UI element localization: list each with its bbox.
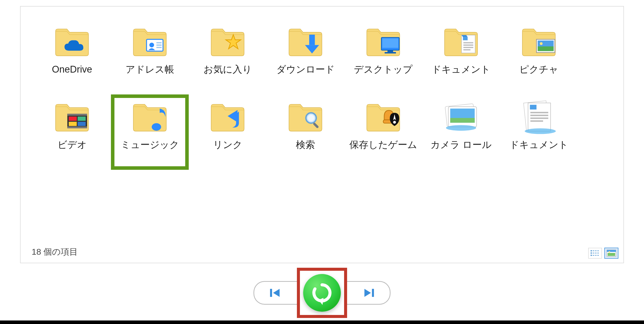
view-mode-toggles [588, 248, 618, 259]
svg-rect-24 [67, 127, 87, 129]
svg-rect-13 [463, 37, 468, 40]
folder-item-savedgames[interactable]: 保存したゲーム [344, 94, 422, 170]
svg-rect-52 [597, 250, 599, 251]
folder-item-favorites[interactable]: お気に入り [189, 19, 267, 94]
svg-rect-50 [593, 250, 594, 251]
searches-folder-icon [285, 97, 326, 137]
svg-rect-3 [156, 44, 162, 46]
svg-rect-20 [538, 46, 554, 51]
folder-label: ドキュメント [432, 64, 490, 75]
svg-rect-53 [591, 252, 592, 254]
svg-rect-57 [591, 255, 592, 256]
folder-item-music[interactable]: ミュージック [111, 94, 189, 170]
svg-rect-46 [530, 118, 548, 119]
svg-marker-68 [364, 289, 371, 297]
bottom-black-bar [0, 320, 644, 324]
svg-rect-39 [450, 118, 475, 123]
folder-label: アドレス帳 [125, 64, 174, 75]
svg-point-21 [540, 42, 543, 45]
svg-rect-55 [595, 253, 597, 253]
svg-rect-6 [309, 35, 315, 45]
music-folder-icon [130, 97, 170, 137]
folder-item-documents[interactable]: ドキュメント [422, 19, 500, 94]
restore-icon [309, 280, 335, 305]
folder-item-links[interactable]: リンク [189, 94, 267, 170]
folder-item-downloads[interactable]: ダウンロード [267, 19, 344, 94]
svg-rect-43 [530, 105, 536, 110]
svg-rect-27 [69, 122, 77, 126]
svg-rect-59 [595, 255, 597, 256]
folder-item-pictures[interactable]: ピクチャ [500, 19, 578, 94]
svg-rect-63 [608, 253, 615, 256]
documents-folder-icon [441, 22, 481, 62]
desktop-folder-icon [363, 22, 403, 62]
svg-point-48 [525, 128, 556, 134]
svg-rect-17 [463, 49, 470, 50]
downloads-folder-icon [285, 22, 326, 62]
svg-rect-15 [463, 44, 473, 46]
svg-rect-62 [607, 250, 616, 252]
folder-label: OneDrive [52, 64, 92, 75]
folder-label: ダウンロード [276, 64, 335, 75]
folder-item-documents2[interactable]: ドキュメント [500, 94, 578, 170]
svg-rect-4 [156, 47, 162, 48]
folder-item-desktop[interactable]: デスクトップ [344, 19, 422, 94]
favorites-folder-icon [208, 22, 248, 62]
details-view-button[interactable] [588, 248, 602, 258]
previous-version-button[interactable] [253, 281, 297, 305]
svg-rect-9 [382, 38, 398, 48]
folder-label: ビデオ [57, 139, 87, 150]
svg-rect-11 [385, 52, 396, 53]
savedgames-folder-icon [363, 97, 403, 137]
svg-rect-44 [530, 112, 548, 113]
folder-item-searches[interactable]: 検索 [267, 94, 344, 170]
svg-rect-65 [270, 289, 272, 297]
svg-rect-47 [530, 120, 543, 122]
svg-marker-66 [273, 289, 280, 297]
svg-rect-25 [69, 117, 77, 121]
svg-rect-23 [67, 114, 87, 116]
folder-label: ピクチャ [519, 64, 558, 75]
svg-point-35 [393, 121, 396, 124]
svg-rect-14 [463, 42, 473, 43]
svg-rect-2 [156, 42, 162, 43]
svg-rect-49 [591, 250, 592, 251]
svg-rect-22 [67, 114, 87, 128]
svg-rect-28 [78, 122, 86, 126]
svg-rect-56 [597, 253, 599, 253]
next-version-button[interactable] [347, 281, 391, 305]
svg-point-32 [308, 115, 314, 121]
folder-item-videos[interactable]: ビデオ [33, 94, 111, 170]
status-bar-item-count: 18 個の項目 [32, 246, 78, 258]
svg-rect-51 [595, 250, 597, 251]
restore-button[interactable] [303, 274, 341, 312]
folder-label: 検索 [296, 139, 315, 150]
svg-rect-45 [530, 115, 548, 116]
explorer-window: OneDrive アドレス帳 お気に入り ダウンロード デスクトップ ドキュメン… [20, 6, 624, 263]
svg-point-29 [152, 123, 161, 131]
contacts-folder-icon [130, 22, 170, 62]
cameraroll-stack-icon [441, 97, 481, 137]
folder-label: お気に入り [204, 64, 252, 75]
svg-rect-58 [593, 255, 594, 256]
folder-item-contacts[interactable]: アドレス帳 [111, 19, 189, 94]
documents-stack-icon [519, 97, 559, 137]
folder-label: ミュージック [121, 139, 179, 150]
svg-rect-26 [78, 117, 86, 121]
folder-label: ドキュメント [509, 139, 568, 150]
folder-label: デスクトップ [354, 64, 413, 75]
folder-item-cameraroll[interactable]: カメラ ロール [422, 94, 500, 170]
svg-rect-69 [372, 289, 374, 297]
restore-button-highlight [297, 268, 347, 318]
large-icons-view-button[interactable] [604, 248, 618, 259]
svg-point-64 [609, 251, 610, 253]
folder-label: カメラ ロール [430, 139, 492, 150]
folder-grid: OneDrive アドレス帳 お気に入り ダウンロード デスクトップ ドキュメン… [33, 19, 613, 170]
svg-rect-60 [597, 255, 599, 256]
file-history-nav [253, 268, 391, 318]
svg-point-1 [149, 43, 154, 47]
folder-item-onedrive[interactable]: OneDrive [33, 19, 111, 94]
svg-rect-10 [388, 50, 393, 52]
videos-folder-icon [52, 97, 92, 137]
onedrive-folder-icon [52, 22, 92, 62]
